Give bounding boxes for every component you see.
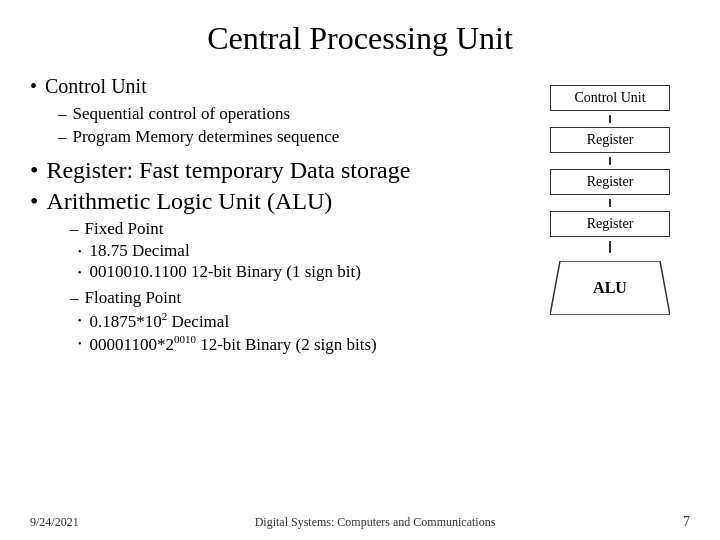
footer-center-text: Digital Systems: Computers and Communica… [90, 515, 660, 530]
footer-page: 7 [660, 514, 690, 530]
sequential-text: Sequential control of operations [73, 104, 291, 124]
slide-title: Central Processing Unit [30, 20, 690, 57]
fixed-item-1-text: 18.75 Decimal [90, 241, 190, 261]
fixed-item-1: • 18.75 Decimal [78, 241, 510, 261]
program-memory-text: Program Memory determines sequence [73, 127, 340, 147]
float-item-2-text: 00001100*20010 12-bit Binary (2 sign bit… [90, 333, 377, 355]
alu-shape: ALU [550, 261, 670, 315]
bullet-marker-3: • [30, 188, 38, 215]
right-diagram: Control Unit Register Register Register … [530, 75, 690, 355]
floating-point-label: Floating Point [85, 288, 182, 308]
alu-label: Arithmetic Logic Unit (ALU) [46, 188, 332, 215]
connector-3 [609, 199, 611, 207]
float-item-1-text: 0.1875*102 Decimal [90, 310, 230, 332]
fixed-item-2: • 0010010.1100 12-bit Binary (1 sign bit… [78, 262, 510, 282]
bullet-marker-1: • [30, 75, 37, 98]
sub-sequential: – Sequential control of operations [58, 104, 510, 124]
dot-2: • [78, 267, 82, 278]
content-area: • Control Unit – Sequential control of o… [30, 75, 690, 355]
float-item-1: • 0.1875*102 Decimal [78, 310, 510, 332]
sub-program-memory: – Program Memory determines sequence [58, 127, 510, 147]
dot-4: • [78, 338, 82, 349]
bullet-alu: • Arithmetic Logic Unit (ALU) [30, 188, 510, 215]
float-item-2: • 00001100*20010 12-bit Binary (2 sign b… [78, 333, 510, 355]
fixed-point-label: Fixed Point [85, 219, 164, 239]
connector-4 [609, 241, 611, 253]
sub-fixed-point: – Fixed Point [70, 219, 510, 239]
diagram-box-register-3: Register [550, 211, 670, 237]
fixed-item-2-text: 0010010.1100 12-bit Binary (1 sign bit) [90, 262, 361, 282]
bullet-register: • Register: Fast temporary Data storage [30, 157, 510, 184]
bullet-marker-2: • [30, 157, 38, 184]
register-label: Register: Fast temporary Data storage [46, 157, 410, 184]
alu-text: ALU [593, 279, 627, 297]
dash-4: – [70, 288, 79, 308]
connector-1 [609, 115, 611, 123]
footer-date: 9/24/2021 [30, 515, 90, 530]
control-unit-label: Control Unit [45, 75, 147, 98]
left-content: • Control Unit – Sequential control of o… [30, 75, 530, 355]
connector-2 [609, 157, 611, 165]
sub-floating-point: – Floating Point [70, 288, 510, 308]
dash-2: – [58, 127, 67, 147]
dot-1: • [78, 246, 82, 257]
dash-1: – [58, 104, 67, 124]
footer: 9/24/2021 Digital Systems: Computers and… [0, 514, 720, 530]
diagram-box-register-2: Register [550, 169, 670, 195]
dash-3: – [70, 219, 79, 239]
dot-3: • [78, 315, 82, 326]
slide: Central Processing Unit • Control Unit –… [0, 0, 720, 540]
diagram-box-control-unit: Control Unit [550, 85, 670, 111]
diagram-box-register-1: Register [550, 127, 670, 153]
bullet-control-unit: • Control Unit [30, 75, 510, 98]
